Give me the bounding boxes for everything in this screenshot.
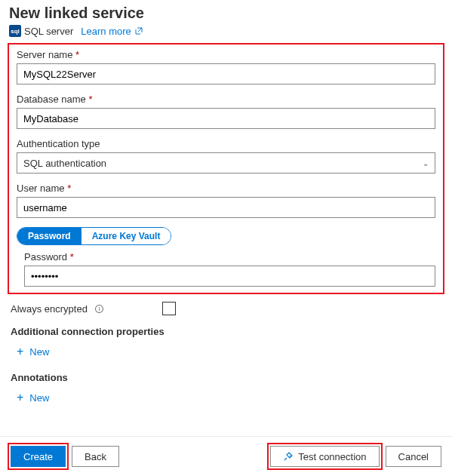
footer-bar: Create Back Test connection Cancel [0,436,452,476]
chevron-down-icon: ⌄ [423,159,429,167]
add-annotation-button[interactable]: + New [11,391,49,404]
password-label: Password * [24,251,435,263]
test-connection-button[interactable]: Test connection [270,446,379,467]
cancel-button[interactable]: Cancel [386,446,441,467]
form-highlight-region: Server name * Database name * Authentica… [8,43,444,294]
plug-icon [283,451,294,462]
always-encrypted-label: Always encrypted [11,303,88,315]
sql-server-icon: sql [9,25,21,37]
azure-key-vault-tab[interactable]: Azure Key Vault [81,228,171,244]
auth-type-select[interactable]: SQL authentication ⌄ [17,152,435,174]
create-button[interactable]: Create [11,446,66,467]
learn-more-link[interactable]: Learn more [81,26,143,37]
page-title: New linked service [9,5,443,22]
always-encrypted-checkbox[interactable] [162,302,176,315]
annotations-label: Annotations [11,372,441,383]
new-label: New [29,346,49,358]
auth-type-value: SQL authentication [23,158,106,169]
external-link-icon [134,26,143,35]
new-label: New [29,392,49,404]
server-name-input[interactable] [17,63,435,84]
plus-icon: + [17,345,23,358]
back-button[interactable]: Back [72,446,119,467]
server-name-label: Server name * [17,49,435,60]
test-connection-label: Test connection [298,451,366,462]
user-name-input[interactable] [17,197,435,218]
learn-more-label: Learn more [81,26,131,37]
plus-icon: + [17,391,23,404]
password-tab[interactable]: Password [17,228,81,244]
additional-props-label: Additional connection properties [11,326,441,337]
database-name-input[interactable] [17,108,435,129]
password-source-toggle: Password Azure Key Vault [17,227,171,245]
auth-type-label: Authentication type [17,138,435,149]
user-name-label: User name * [17,183,435,194]
info-icon[interactable]: i [95,305,103,313]
subtitle: SQL server [24,26,73,37]
add-connection-property-button[interactable]: + New [11,345,49,358]
database-name-label: Database name * [17,94,435,105]
password-input[interactable] [24,266,435,287]
